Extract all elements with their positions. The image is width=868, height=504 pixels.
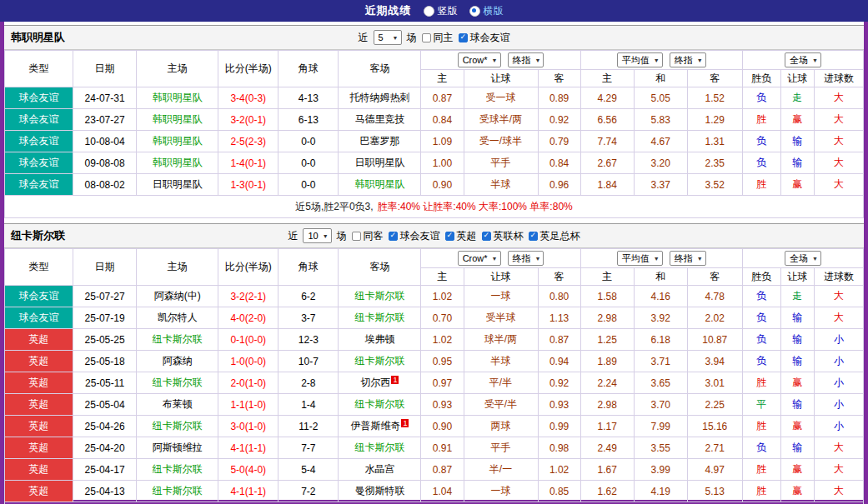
- col-odds-away: 客: [538, 70, 580, 87]
- team-link[interactable]: 纽卡斯尔联: [153, 333, 203, 345]
- home-team: 韩职明星队: [137, 87, 218, 109]
- team-link[interactable]: 埃弗顿: [364, 333, 394, 345]
- result-cell: 胜: [742, 416, 780, 437]
- team-link[interactable]: 纽卡斯尔联: [153, 485, 203, 497]
- team-link[interactable]: 托特纳姆热刺: [349, 92, 409, 103]
- corner-score: 10-7: [278, 351, 339, 372]
- avg-stage-select[interactable]: 终指▼: [670, 251, 706, 266]
- team-link[interactable]: 日职明星队: [153, 178, 203, 190]
- handicap-result-cell: 输: [780, 351, 814, 372]
- home-team: 纽卡斯尔联: [137, 329, 218, 351]
- match-row: 英超25-05-11纽卡斯尔联2-0(1-0)2-8切尔西10.97平/半0.9…: [5, 372, 864, 394]
- goals-cell: 大: [814, 307, 863, 329]
- team-link[interactable]: 布莱顿: [163, 398, 193, 410]
- match-count-select[interactable]: 5▼: [374, 30, 402, 45]
- competition-checkbox[interactable]: 英超: [445, 229, 477, 243]
- team-link[interactable]: 切尔西: [360, 377, 390, 388]
- avg-away: 3.52: [687, 174, 742, 196]
- same-venue-checkbox[interactable]: 同客: [352, 229, 384, 243]
- result-cell: 胜: [742, 372, 780, 394]
- radio-label-vertical: 竖版: [438, 4, 458, 18]
- team-link[interactable]: 阿森纳(中): [154, 290, 201, 302]
- team-link[interactable]: 韩职明星队: [153, 92, 203, 103]
- team-link[interactable]: 纽卡斯尔联: [153, 463, 203, 475]
- scope-select[interactable]: 全场▼: [785, 52, 821, 67]
- corner-score: 7-2: [278, 481, 339, 502]
- average-select[interactable]: 平均值▼: [617, 52, 663, 67]
- match-type: 英超: [5, 459, 73, 481]
- scope-select[interactable]: 全场▼: [785, 251, 821, 266]
- handicap-line: 受球半/两: [464, 109, 538, 131]
- team-link[interactable]: 纽卡斯尔联: [354, 442, 404, 453]
- average-select[interactable]: 平均值▼: [617, 251, 663, 266]
- handicap-result-cell: 输: [780, 307, 814, 329]
- avg-stage-select-value: 终指: [675, 54, 693, 67]
- games-label: 场: [337, 229, 347, 243]
- same-venue-checkbox[interactable]: 同主: [422, 31, 454, 45]
- team-link[interactable]: 伊普斯维奇: [350, 420, 400, 432]
- col-score: 比分(半场): [218, 51, 278, 87]
- bookmaker-select[interactable]: Crow*▼: [458, 52, 501, 67]
- avg-home: 2.49: [580, 437, 634, 459]
- avg-home: 4.29: [580, 87, 634, 109]
- scope-select-value: 全场: [790, 54, 808, 67]
- team-link[interactable]: 马德里竞技: [354, 113, 404, 125]
- team-link[interactable]: 曼彻斯特联: [354, 485, 404, 497]
- home-odds: 1.00: [421, 152, 464, 174]
- away-odds: 0.99: [538, 416, 580, 437]
- team-link[interactable]: 日职明星队: [354, 157, 404, 168]
- team-link[interactable]: 韩职明星队: [153, 157, 203, 168]
- home-team: 纽卡斯尔联: [137, 459, 218, 481]
- handicap-line: 一球: [464, 481, 538, 502]
- team-link[interactable]: 凯尔特人: [158, 312, 198, 323]
- checkbox-icon[interactable]: [352, 232, 361, 241]
- avg-stage-select-value: 终指: [675, 252, 693, 265]
- competition-checkbox[interactable]: 球会友谊: [459, 31, 510, 45]
- match-score: 1-4(0-1): [218, 152, 278, 174]
- team-link[interactable]: 韩职明星队: [153, 135, 203, 147]
- checkbox-icon[interactable]: [459, 33, 468, 42]
- odds-stage-select[interactable]: 终指▼: [508, 251, 544, 266]
- home-odds: 0.87: [421, 87, 464, 109]
- checkbox-icon[interactable]: [422, 33, 431, 42]
- match-count-select[interactable]: 10▼: [303, 228, 331, 243]
- team-link[interactable]: 纽卡斯尔联: [354, 290, 404, 302]
- team-name: 纽卡斯尔联: [11, 228, 65, 243]
- layout-option-horizontal[interactable]: 横版: [469, 4, 504, 18]
- team-link[interactable]: 纽卡斯尔联: [354, 398, 404, 410]
- match-score: 4-0(2-0): [218, 307, 278, 329]
- bookmaker-select[interactable]: Crow*▼: [458, 251, 501, 266]
- team-link[interactable]: 纽卡斯尔联: [354, 312, 404, 323]
- radio-icon[interactable]: [469, 6, 480, 17]
- team-link[interactable]: 纽卡斯尔联: [153, 377, 203, 388]
- away-team: 伊普斯维奇1: [339, 416, 421, 437]
- competition-checkbox[interactable]: 英足总杯: [529, 229, 580, 243]
- home-team: 纽卡斯尔联: [137, 481, 218, 502]
- match-score: 0-1(0-0): [218, 329, 278, 351]
- team-link[interactable]: 阿森纳: [163, 355, 193, 367]
- team-link[interactable]: 阿斯顿维拉: [153, 442, 203, 453]
- competition-checkbox[interactable]: 英联杯: [482, 229, 524, 243]
- team-link[interactable]: 纽卡斯尔联: [354, 355, 404, 367]
- match-table: 类型日期主场比分(半场)角球客场Crow*▼终指▼平均值▼终指▼全场▼主让球客主…: [4, 248, 864, 502]
- team-link[interactable]: 纽卡斯尔联: [153, 420, 203, 432]
- match-type: 英超: [5, 481, 73, 502]
- checkbox-icon[interactable]: [389, 232, 398, 241]
- odds-stage-select[interactable]: 终指▼: [508, 52, 544, 67]
- same-venue-checkbox-label: 同客: [364, 229, 384, 243]
- match-type: 英超: [5, 351, 73, 372]
- match-score: 5-0(4-0): [218, 459, 278, 481]
- checkbox-icon[interactable]: [529, 232, 538, 241]
- checkbox-icon[interactable]: [445, 232, 454, 241]
- team-link[interactable]: 巴塞罗那: [359, 135, 399, 147]
- team-link[interactable]: 韩职明星队: [153, 113, 203, 125]
- corner-score: 7-7: [278, 437, 339, 459]
- avg-away: 3.94: [687, 351, 742, 372]
- team-link[interactable]: 水晶宫: [364, 463, 394, 475]
- radio-icon[interactable]: [424, 6, 434, 17]
- avg-stage-select[interactable]: 终指▼: [670, 52, 706, 67]
- team-link[interactable]: 韩职明星队: [354, 178, 404, 190]
- checkbox-icon[interactable]: [482, 232, 491, 241]
- layout-option-vertical[interactable]: 竖版: [424, 4, 458, 18]
- competition-checkbox[interactable]: 球会友谊: [389, 229, 440, 243]
